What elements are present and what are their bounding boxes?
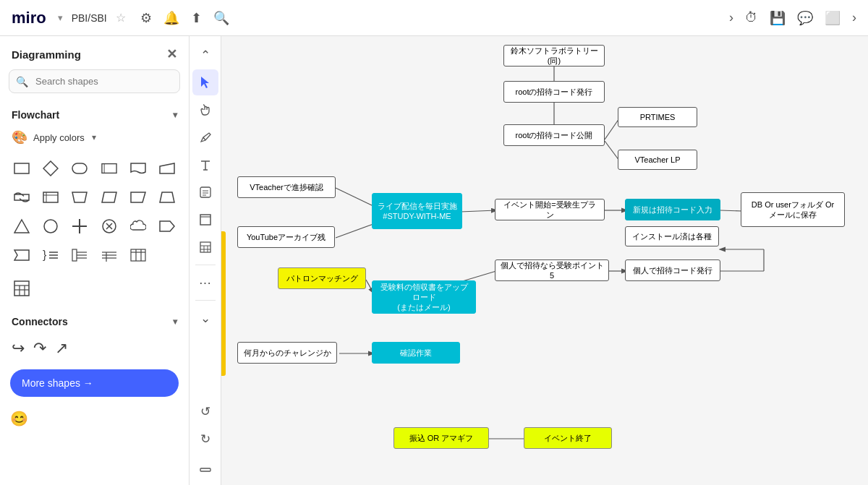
shape-diamond[interactable]: [38, 155, 64, 181]
search-input[interactable]: [9, 69, 180, 93]
svg-marker-10: [131, 192, 145, 202]
node-transfer-amazon[interactable]: 振込 OR アマギフ: [393, 427, 489, 449]
connector-arc[interactable]: ↷: [33, 339, 46, 358]
shape-half-octagon[interactable]: [154, 213, 180, 239]
node-live-broadcast[interactable]: ライブ配信を毎日実施#STUDY-WITH-ME: [372, 193, 462, 229]
toolbar-select-tool[interactable]: [192, 69, 218, 95]
comment-icon[interactable]: 💬: [797, 10, 813, 26]
topbar: miro ▾ PBI/SBI ☆ ⚙ 🔔 ⬆ 🔍 › ⏱ 💾 💬 ⬜ ›: [0, 0, 868, 36]
node-transfer-amazon-text: 振込 OR アマギフ: [409, 433, 474, 443]
node-db-user-save[interactable]: DB Or userフォルダ Orメールに保存: [741, 192, 845, 227]
node-youtube-archive[interactable]: YouTubeアーカイブ残: [237, 226, 335, 248]
svg-line-56: [336, 224, 373, 238]
toolbar-collapse-up[interactable]: ⌃: [192, 42, 218, 68]
toolbar-redo[interactable]: ↻: [192, 426, 218, 452]
shape-circle[interactable]: [38, 213, 64, 239]
svg-rect-5: [43, 192, 58, 202]
node-confirm-work[interactable]: 確認作業: [372, 342, 460, 364]
toolbar-table-tool[interactable]: [192, 234, 218, 260]
svg-marker-38: [201, 77, 209, 88]
toolbar-frame-tool[interactable]: [192, 207, 218, 233]
svg-marker-12: [14, 220, 29, 233]
svg-rect-29: [131, 249, 145, 261]
shape-internal-storage[interactable]: [38, 184, 64, 210]
node-vteacher-lp-text: VTeacher LP: [635, 155, 681, 165]
shape-x-circle[interactable]: [96, 213, 122, 239]
shape-step-lines[interactable]: [67, 242, 93, 268]
node-patron-matching[interactable]: パトロンマッチング: [278, 267, 366, 289]
toolbar-undo[interactable]: ↺: [192, 398, 218, 424]
connector-curved[interactable]: ↪: [12, 339, 25, 358]
more-icon[interactable]: ›: [852, 10, 856, 25]
node-when-challenge[interactable]: 何月からのチャレンジか: [237, 342, 337, 364]
shape-plus[interactable]: [67, 213, 93, 239]
node-event-end[interactable]: イベント終了: [524, 427, 612, 449]
svg-rect-42: [200, 242, 210, 252]
toolbar-pen-tool[interactable]: [192, 124, 218, 150]
node-patron-matching-text: パトロンマッチング: [286, 273, 358, 283]
node-receipt-upload[interactable]: 受験料の領収書をアップロード(またはメール): [372, 280, 476, 314]
emoji-icon[interactable]: 😊: [0, 407, 189, 437]
flowchart-label: Flowchart: [12, 109, 59, 121]
shape-angled[interactable]: [125, 184, 151, 210]
svg-rect-33: [14, 281, 29, 296]
sidebar-close-button[interactable]: ✕: [166, 46, 177, 62]
shape-cloud[interactable]: [125, 213, 151, 239]
star-icon[interactable]: ☆: [116, 11, 126, 25]
shape-document[interactable]: [125, 155, 151, 181]
node-suzuki-lab[interactable]: 鈴木ソフトラボラトリー(同): [503, 45, 605, 66]
project-name[interactable]: PBI/SBI: [72, 12, 107, 24]
connector-diagonal[interactable]: ↗: [55, 339, 68, 358]
share-icon[interactable]: ⬆: [191, 10, 202, 26]
canvas[interactable]: 鈴木ソフトラボラトリー(同) rootの招待コード発行 rootの招待コード公開…: [221, 36, 868, 485]
apply-colors-chevron-icon: ▾: [92, 132, 96, 142]
shape-multi-columns[interactable]: [96, 242, 122, 268]
shape-bracket-list[interactable]: }: [38, 242, 64, 268]
connectors-section-header[interactable]: Connectors ▾: [0, 309, 189, 335]
shape-rounded-rect[interactable]: [67, 155, 93, 181]
toolbar-more-tools[interactable]: ⋯: [192, 270, 218, 296]
apply-colors-row[interactable]: 🎨 Apply colors ▾: [0, 126, 189, 153]
more-shapes-button[interactable]: More shapes →: [10, 369, 179, 397]
node-event-start-text: イベント開始=受験生プラン: [500, 199, 600, 220]
view-icon[interactable]: ⬜: [825, 10, 841, 26]
settings-icon[interactable]: ⚙: [140, 10, 152, 26]
search-icon[interactable]: 🔍: [213, 10, 229, 26]
flowchart-section-header[interactable]: Flowchart ▾: [0, 102, 189, 126]
node-root-invite-public[interactable]: rootの招待コード公開: [503, 124, 605, 146]
save-icon[interactable]: 💾: [770, 10, 786, 26]
shape-data-store[interactable]: [9, 184, 35, 210]
project-dropdown-icon[interactable]: ▾: [58, 12, 63, 23]
timer-icon[interactable]: ⏱: [745, 10, 758, 25]
node-vteacher-progress[interactable]: VTeacherで進捗確認: [237, 176, 336, 198]
node-personal-invite-issue-text: 個人で招待コード発行: [633, 265, 712, 275]
node-root-invite-issue[interactable]: rootの招待コード発行: [503, 81, 605, 103]
shape-rectangle[interactable]: [9, 155, 35, 181]
shape-manual-input[interactable]: [154, 155, 180, 181]
shape-triangle[interactable]: [9, 213, 35, 239]
shape-parallelogram[interactable]: [96, 184, 122, 210]
toolbar-note-tool[interactable]: [192, 179, 218, 205]
shape-double-rect[interactable]: [96, 155, 122, 181]
toolbar-text-tool[interactable]: [192, 152, 218, 178]
topbar-right-actions: › ⏱ 💾 💬 ⬜ ›: [729, 10, 856, 26]
shape-table-grid[interactable]: [125, 242, 151, 268]
node-event-start[interactable]: イベント開始=受験生プラン: [495, 199, 605, 220]
node-personal-invite-issue[interactable]: 個人で招待コード発行: [625, 259, 720, 281]
node-personal-invite-points[interactable]: 個人で招待なら受験ポイント5: [495, 259, 609, 281]
expand-icon[interactable]: ›: [729, 10, 733, 25]
toolbar-hand-tool[interactable]: [192, 97, 218, 123]
shape-full-table[interactable]: [9, 275, 35, 301]
notifications-icon[interactable]: 🔔: [163, 10, 179, 26]
toolbar-expand-more[interactable]: ⌄: [192, 305, 218, 331]
node-prtimes[interactable]: PRTIMES: [618, 107, 697, 127]
shape-pentagon[interactable]: [154, 184, 180, 210]
shape-notched[interactable]: [9, 242, 35, 268]
node-vteacher-lp[interactable]: VTeacher LP: [618, 150, 697, 170]
svg-marker-15: [160, 221, 174, 231]
shape-trapezoid-up[interactable]: [67, 184, 93, 210]
svg-marker-16: [14, 250, 29, 260]
node-installed[interactable]: インストール済は各種: [625, 226, 719, 246]
toolbar-grid[interactable]: [192, 453, 218, 479]
node-new-invite-input[interactable]: 新規は招待コード入力: [625, 199, 720, 220]
